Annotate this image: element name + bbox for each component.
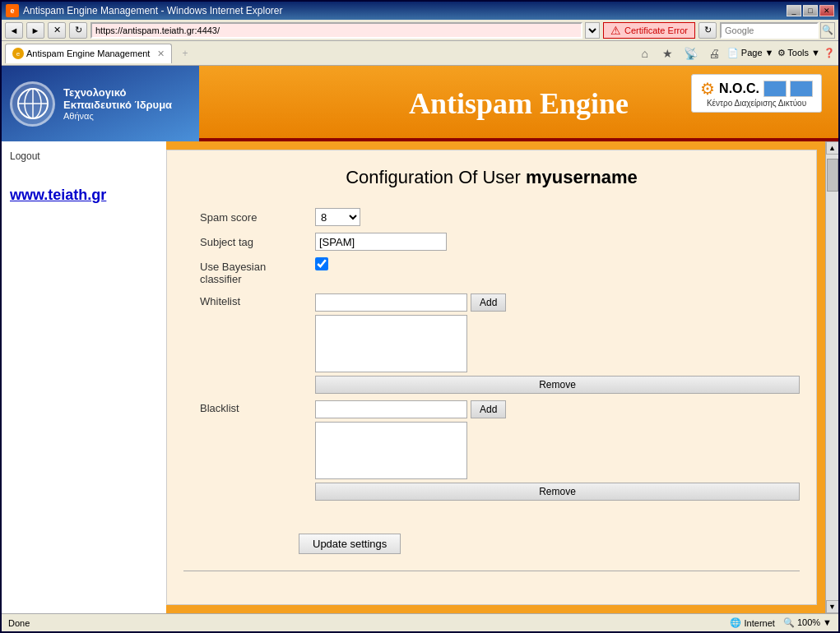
status-text: Done bbox=[8, 618, 722, 628]
title-bar: e Antispam Engine Management - Windows I… bbox=[2, 2, 838, 20]
address-bar[interactable]: https://antispam.teiath.gr:4443/ bbox=[90, 22, 582, 39]
maximize-button[interactable]: □ bbox=[803, 5, 818, 16]
title-bar-buttons: _ □ ✕ bbox=[787, 5, 834, 16]
blacklist-remove-button[interactable]: Remove bbox=[315, 483, 800, 501]
subject-tag-row: Subject tag bbox=[183, 229, 800, 254]
browser-tab[interactable]: e Antispam Engine Management ✕ bbox=[5, 44, 172, 63]
address-bar-section: https://antispam.teiath.gr:4443/ ▼ bbox=[90, 22, 600, 39]
noc-badge: ⚙ N.O.C. Κέντρο Διαχείρισης Δικτύου bbox=[691, 74, 822, 113]
config-username: myusername bbox=[526, 167, 638, 187]
config-title-prefix: Configuration Of User bbox=[346, 167, 521, 187]
help-menu[interactable]: ❓ bbox=[824, 44, 835, 63]
print-icon[interactable]: 🖨 bbox=[704, 44, 724, 63]
blacklist-section: Add Remove bbox=[315, 400, 800, 501]
content-area: Τεχνολογικό Εκπαιδευτικό Ίδρυμα Αθήνας A… bbox=[2, 66, 838, 613]
address-text: https://antispam.teiath.gr:4443/ bbox=[95, 25, 220, 35]
config-form: Spam score 8 5 6 7 9 10 bbox=[183, 205, 800, 504]
zoom-dropdown-icon[interactable]: ▼ bbox=[823, 617, 832, 627]
search-input[interactable] bbox=[720, 22, 819, 39]
bayesian-label: Use Bayesian classifier bbox=[183, 254, 315, 290]
noc-name: N.O.C. bbox=[719, 81, 759, 96]
teiath-link[interactable]: www.teiath.gr bbox=[10, 187, 158, 204]
spam-score-row: Spam score 8 5 6 7 9 10 bbox=[183, 205, 800, 229]
cert-error-badge[interactable]: ⚠ Certificate Error bbox=[603, 22, 695, 39]
blacklist-input[interactable] bbox=[315, 400, 467, 418]
zoom-icon: 🔍 bbox=[783, 617, 795, 627]
close-button[interactable]: ✕ bbox=[819, 5, 834, 16]
scroll-thumb[interactable] bbox=[827, 159, 838, 192]
title-bar-left: e Antispam Engine Management - Windows I… bbox=[6, 4, 283, 17]
whitelist-input-row: Add bbox=[315, 293, 800, 312]
forward-button[interactable]: ► bbox=[26, 22, 44, 39]
spam-score-label: Spam score bbox=[183, 205, 315, 229]
noc-icons bbox=[763, 81, 813, 97]
blacklist-control: Add Remove bbox=[315, 397, 800, 504]
blacklist-textarea[interactable] bbox=[315, 422, 467, 479]
noc-icon1 bbox=[763, 81, 787, 97]
blacklist-input-row: Add bbox=[315, 400, 800, 418]
toolbar-icons: ⌂ ★ 📡 🖨 📄 Page ▼ ⚙ Tools ▼ ❓ bbox=[635, 44, 835, 63]
site-title: Antispam Engine bbox=[409, 86, 629, 121]
status-right: 🌐 Internet 🔍 100% ▼ bbox=[730, 617, 832, 628]
subject-tag-input[interactable] bbox=[315, 233, 447, 251]
scroll-up-button[interactable]: ▲ bbox=[826, 141, 839, 155]
blacklist-add-button[interactable]: Add bbox=[471, 400, 506, 418]
logo-line1: Τεχνολογικό bbox=[63, 86, 172, 99]
search-button[interactable]: 🔍 bbox=[820, 22, 835, 39]
config-title: Configuration Of User myusername bbox=[183, 167, 800, 188]
tab-favicon: e bbox=[12, 48, 24, 59]
blacklist-row: Blacklist Add Remove bbox=[183, 397, 800, 504]
scroll-track[interactable] bbox=[826, 155, 839, 600]
status-bar: Done 🌐 Internet 🔍 100% ▼ bbox=[2, 613, 838, 631]
address-dropdown[interactable]: ▼ bbox=[585, 22, 600, 39]
scroll-down-button[interactable]: ▼ bbox=[826, 600, 839, 613]
internet-zone: Internet bbox=[745, 618, 775, 628]
whitelist-add-button[interactable]: Add bbox=[471, 293, 506, 312]
bayesian-checkbox[interactable] bbox=[315, 257, 328, 270]
logo-section: Τεχνολογικό Εκπαιδευτικό Ίδρυμα Αθήνας bbox=[2, 66, 199, 141]
page-menu[interactable]: 📄 Page ▼ bbox=[727, 44, 774, 63]
tab-close-icon[interactable]: ✕ bbox=[157, 49, 165, 59]
whitelist-label: Whitelist bbox=[183, 290, 315, 397]
noc-icon2 bbox=[790, 81, 813, 97]
noc-logo-icon: ⚙ bbox=[700, 79, 715, 99]
whitelist-control: Add Remove bbox=[315, 290, 800, 397]
whitelist-row: Whitelist Add Remove bbox=[183, 290, 800, 397]
logo-text: Τεχνολογικό Εκπαιδευτικό Ίδρυμα Αθήνας bbox=[63, 86, 172, 121]
stop-button[interactable]: ✕ bbox=[48, 22, 66, 39]
update-settings-button[interactable]: Update settings bbox=[299, 534, 401, 554]
rss-icon[interactable]: 📡 bbox=[681, 44, 701, 63]
divider bbox=[183, 571, 800, 571]
nav-go-button[interactable]: ↻ bbox=[698, 22, 717, 39]
home-icon[interactable]: ⌂ bbox=[635, 44, 655, 63]
tools-menu[interactable]: ⚙ Tools ▼ bbox=[777, 44, 820, 63]
bayesian-row: Use Bayesian classifier bbox=[183, 254, 800, 290]
refresh-button[interactable]: ↻ bbox=[69, 22, 87, 39]
minimize-button[interactable]: _ bbox=[787, 5, 801, 16]
logo-circle bbox=[10, 81, 55, 127]
new-tab-button[interactable]: + bbox=[182, 48, 188, 59]
main-body: Logout www.teiath.gr Configuration Of Us… bbox=[2, 141, 838, 613]
whitelist-input[interactable] bbox=[315, 293, 467, 312]
whitelist-textarea[interactable] bbox=[315, 315, 467, 372]
page-content: Τεχνολογικό Εκπαιδευτικό Ίδρυμα Αθήνας A… bbox=[2, 66, 838, 613]
logout-link[interactable]: Logout bbox=[10, 150, 40, 162]
logo-line3: Αθήνας bbox=[63, 111, 172, 121]
favorites-icon[interactable]: ★ bbox=[658, 44, 678, 63]
window-title: Antispam Engine Management - Windows Int… bbox=[23, 5, 283, 16]
logo-line2: Εκπαιδευτικό Ίδρυμα bbox=[63, 99, 172, 111]
status-internet: 🌐 Internet bbox=[730, 617, 775, 628]
back-button[interactable]: ◄ bbox=[5, 22, 23, 39]
browser-icon: e bbox=[6, 4, 19, 17]
toolbar: e Antispam Engine Management ✕ + ⌂ ★ 📡 🖨… bbox=[2, 41, 838, 66]
cert-error-text: Certificate Error bbox=[624, 25, 688, 35]
status-zoom: 🔍 100% ▼ bbox=[783, 617, 832, 628]
main-header: Antispam Engine ⚙ N.O.C. Κέντρο Διαχείρι… bbox=[199, 66, 838, 141]
whitelist-remove-button[interactable]: Remove bbox=[315, 376, 800, 394]
spam-score-select[interactable]: 8 5 6 7 9 10 bbox=[315, 208, 360, 226]
subject-tag-control bbox=[315, 229, 800, 254]
internet-icon: 🌐 bbox=[730, 617, 741, 628]
sidebar: Logout www.teiath.gr bbox=[2, 141, 166, 613]
browser-window: e Antispam Engine Management - Windows I… bbox=[0, 0, 840, 633]
scrollbar: ▲ ▼ bbox=[825, 141, 838, 613]
